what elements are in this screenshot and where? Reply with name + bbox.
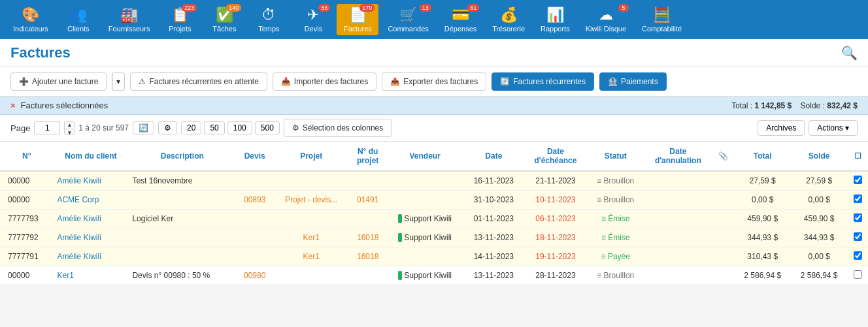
col-annulation[interactable]: Dated'annulation bbox=[644, 142, 712, 171]
cell-client: Amélie Kiwili bbox=[53, 210, 128, 228]
cell-checkbox[interactable] bbox=[847, 228, 868, 247]
col-devis[interactable]: Devis bbox=[236, 142, 273, 171]
cell-vendeur bbox=[386, 247, 463, 266]
archives-button[interactable]: Archives bbox=[758, 120, 805, 136]
add-invoice-dropdown[interactable]: ▾ bbox=[112, 72, 125, 91]
export-button[interactable]: 📤 Exporter des factures bbox=[382, 72, 486, 91]
row-checkbox[interactable] bbox=[854, 270, 862, 279]
add-invoice-button[interactable]: ➕ Ajouter une facture bbox=[10, 72, 107, 91]
search-icon[interactable]: 🔍 bbox=[841, 45, 858, 61]
cell-date: 14-11-2023 bbox=[463, 247, 524, 266]
col-statut[interactable]: Statut bbox=[587, 142, 644, 171]
refresh-button[interactable]: 🔄 bbox=[133, 121, 154, 134]
nav-label-temps: Temps bbox=[258, 25, 279, 33]
cell-client: Amélie Kiwili bbox=[53, 171, 128, 191]
nav-label-taches: Tâches bbox=[212, 25, 236, 33]
spinner-down[interactable]: ▼ bbox=[65, 129, 74, 135]
nav-item-depenses[interactable]: 💳 61 Dépenses bbox=[438, 4, 484, 35]
page-input[interactable] bbox=[34, 121, 60, 134]
payments-icon: 🏦 bbox=[608, 77, 618, 86]
col-description[interactable]: Description bbox=[128, 142, 236, 171]
col-client[interactable]: Nom du client bbox=[53, 142, 128, 171]
nav-item-tresorerie[interactable]: 💰 Trésorerie bbox=[486, 4, 531, 35]
nav-item-kiwili-disque[interactable]: ☁ 5 Kiwili Disque bbox=[579, 4, 633, 35]
recurring-pending-button[interactable]: ⚠ Factures récurrentes en attente bbox=[130, 72, 267, 91]
recurring-button[interactable]: 🔄 Factures récurrentes bbox=[492, 72, 594, 91]
col-date[interactable]: Date bbox=[463, 142, 524, 171]
col-total[interactable]: Total bbox=[734, 142, 790, 171]
nav-item-temps[interactable]: ⏱ Temps bbox=[248, 4, 290, 35]
cell-echeance: 06-11-2023 bbox=[524, 210, 588, 228]
pagination-bar: Page ▲ ▼ 1 à 20 sur 597 🔄 ⚙ 2050100500 ⚙… bbox=[0, 115, 868, 142]
cell-date: 13-11-2023 bbox=[463, 228, 524, 247]
col-num_projet[interactable]: N° duprojet bbox=[349, 142, 386, 171]
page-size-20[interactable]: 20 bbox=[181, 121, 201, 134]
nav-item-commandes[interactable]: 🛒 13 Commandes bbox=[381, 4, 435, 35]
col-projet[interactable]: Projet bbox=[273, 142, 349, 171]
nav-item-devis[interactable]: ✈ 56 Devis bbox=[292, 4, 334, 35]
nav-item-taches[interactable]: ✅ 140 Tâches bbox=[203, 4, 245, 35]
row-checkbox[interactable] bbox=[854, 232, 862, 241]
nav-item-projets[interactable]: 📋 223 Projets bbox=[159, 4, 201, 35]
cell-client: Ker1 bbox=[53, 266, 128, 285]
nav-item-factures[interactable]: 📄 170 Factures bbox=[337, 4, 378, 35]
col-attach[interactable]: 📎 bbox=[712, 142, 734, 171]
col-vendeur[interactable]: Vendeur bbox=[386, 142, 463, 171]
import-button[interactable]: 📥 Importer des factures bbox=[273, 72, 376, 91]
page-spinner[interactable]: ▲ ▼ bbox=[64, 121, 75, 135]
cell-num-projet bbox=[349, 171, 386, 191]
nav-item-fournisseurs[interactable]: 🏭 Fournisseurs bbox=[102, 4, 157, 35]
cell-checkbox[interactable] bbox=[847, 191, 868, 210]
cell-annulation bbox=[644, 228, 712, 247]
nav-icon-temps: ⏱ bbox=[261, 7, 276, 23]
col-num[interactable]: N° bbox=[0, 142, 53, 171]
page-size-50[interactable]: 50 bbox=[204, 121, 224, 134]
cell-total: 459,90 $ bbox=[734, 210, 790, 228]
actions-button[interactable]: Actions ▾ bbox=[809, 120, 858, 136]
nav-item-comptabilite[interactable]: 🧮 Comptabilité bbox=[635, 4, 688, 35]
cell-echeance: 28-11-2023 bbox=[524, 266, 588, 285]
cell-solde: 27,59 $ bbox=[791, 171, 847, 191]
cell-vendeur: Support Kiwili bbox=[386, 266, 463, 285]
page-size-100[interactable]: 100 bbox=[227, 121, 252, 134]
cell-annulation bbox=[644, 210, 712, 228]
spinner-up[interactable]: ▲ bbox=[65, 121, 74, 129]
cell-vendeur bbox=[386, 171, 463, 191]
cell-attach bbox=[712, 191, 734, 210]
nav-item-clients[interactable]: 👥 Clients bbox=[58, 4, 99, 35]
nav-label-rapports: Rapports bbox=[541, 25, 570, 33]
cell-num-projet: 01491 bbox=[349, 191, 386, 210]
nav-item-rapports[interactable]: 📊 Rapports bbox=[534, 4, 576, 35]
row-checkbox[interactable] bbox=[854, 195, 862, 203]
cell-description: Test 16novembre bbox=[128, 171, 236, 191]
cell-client: ACME Corp bbox=[53, 191, 128, 210]
cell-checkbox[interactable] bbox=[847, 266, 868, 285]
row-checkbox[interactable] bbox=[854, 251, 862, 260]
cell-devis: 00893 bbox=[236, 191, 273, 210]
close-selection-button[interactable]: × bbox=[10, 101, 16, 110]
cell-vendeur: Support Kiwili bbox=[386, 228, 463, 247]
export-icon: 📤 bbox=[390, 77, 400, 86]
column-selection-button[interactable]: ⚙ Sélection des colonnes bbox=[284, 119, 392, 137]
row-checkbox[interactable] bbox=[854, 176, 862, 184]
row-checkbox[interactable] bbox=[854, 213, 862, 222]
badge-taches: 140 bbox=[226, 4, 241, 12]
payments-button[interactable]: 🏦 Paiements bbox=[599, 72, 667, 91]
cell-checkbox[interactable] bbox=[847, 210, 868, 228]
col-select[interactable]: ☐ bbox=[847, 142, 868, 171]
nav-label-devis: Devis bbox=[305, 25, 323, 33]
cell-solde: 0,00 $ bbox=[791, 247, 847, 266]
cell-client: Amélie Kiwili bbox=[53, 247, 128, 266]
cell-projet: Projet - devis... bbox=[273, 191, 349, 210]
page-size-500[interactable]: 500 bbox=[255, 121, 280, 134]
cell-echeance: 21-11-2023 bbox=[524, 171, 588, 191]
cell-checkbox[interactable] bbox=[847, 247, 868, 266]
settings-button[interactable]: ⚙ bbox=[158, 121, 177, 134]
cell-checkbox[interactable] bbox=[847, 171, 868, 191]
cell-vendeur: Support Kiwili bbox=[386, 210, 463, 228]
col-echeance[interactable]: Dated'échéance bbox=[524, 142, 588, 171]
cell-echeance: 18-11-2023 bbox=[524, 228, 588, 247]
col-solde[interactable]: Solde bbox=[791, 142, 847, 171]
nav-item-indicateurs[interactable]: 🎨 Indicateurs bbox=[7, 4, 55, 35]
cell-projet bbox=[273, 171, 349, 191]
